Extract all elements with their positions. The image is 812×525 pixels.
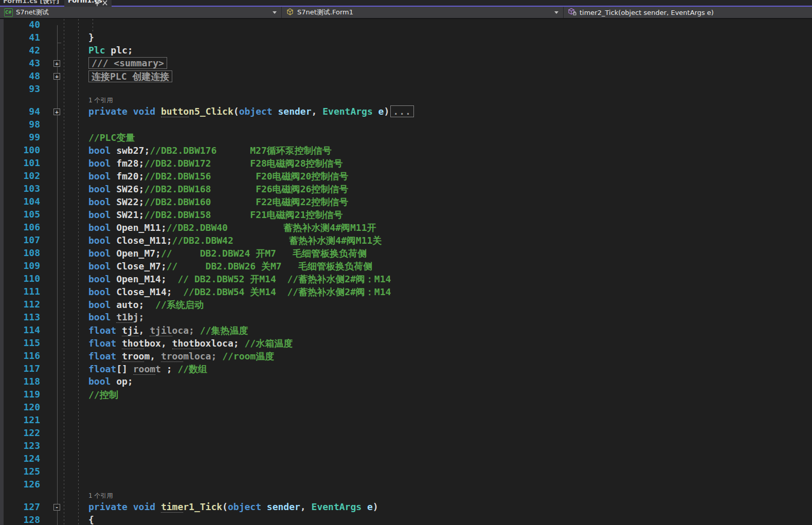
code-token: private: [88, 106, 133, 117]
code-token: ): [373, 501, 378, 512]
code-token: SW22;: [111, 196, 144, 207]
line-number[interactable]: 104: [0, 196, 40, 209]
navigation-bar: C# S7net测试 S7net测试.Form1 timer2_Tick(obj…: [0, 7, 812, 19]
line-number[interactable]: 48: [0, 70, 40, 83]
line-number[interactable]: 99: [0, 132, 40, 144]
code-text[interactable]: bool op;: [88, 376, 133, 389]
codelens-references[interactable]: 1 个引用: [0, 492, 812, 501]
member-dropdown[interactable]: timer2_Tick(object sender, EventArgs e): [564, 7, 812, 18]
code-text[interactable]: 连接PLC 创建连接: [88, 70, 172, 83]
line-number[interactable]: 120: [0, 402, 40, 414]
line-number[interactable]: 112: [0, 299, 40, 312]
code-text[interactable]: bool Close_M11;//DB2.DBW42 蓄热补水测4#阀M11关: [88, 234, 382, 247]
line-number[interactable]: 93: [0, 83, 40, 96]
tab-form1-designer[interactable]: Form1.cs [设计]: [3, 0, 59, 6]
code-text[interactable]: private void timer1_Tick(object sender, …: [88, 501, 378, 514]
code-text[interactable]: private void button5_Click(object sender…: [88, 106, 414, 119]
code-line: 126: [0, 479, 812, 492]
line-number[interactable]: 114: [0, 324, 40, 337]
code-line: 106bool Open_M11;//DB2.DBW40 蓄热补水测4#阀M11…: [0, 222, 812, 234]
collapsed-region-box: 连接PLC 创建连接: [88, 70, 172, 82]
code-text[interactable]: bool Open_M7;// DB2.DBW24 开M7 毛细管板换负荷侧: [88, 247, 367, 260]
code-line: 110bool Open_M14; // DB2.DBW52 开M14 //蓄热…: [0, 273, 812, 286]
code-text[interactable]: /// <summary>: [88, 58, 167, 70]
line-number[interactable]: 108: [0, 247, 40, 260]
code-line: 100bool swb27;//DB2.DBW176 M27循环泵控制信号: [0, 144, 812, 157]
line-number[interactable]: 102: [0, 170, 40, 183]
line-number[interactable]: 40: [0, 19, 40, 32]
line-number[interactable]: 100: [0, 144, 40, 157]
code-text[interactable]: bool swb27;//DB2.DBW176 M27循环泵控制信号: [88, 144, 332, 157]
code-text[interactable]: bool Open_M14; // DB2.DBW52 开M14 //蓄热补水侧…: [88, 273, 391, 286]
tab-plus-icon[interactable]: +: [45, 0, 49, 5]
line-number[interactable]: 128: [0, 514, 40, 525]
line-number[interactable]: 113: [0, 312, 40, 324]
code-token: m,: [144, 351, 161, 361]
line-number[interactable]: 98: [0, 119, 40, 132]
code-text[interactable]: //控制: [88, 389, 118, 402]
line-number[interactable]: 127: [0, 501, 40, 514]
code-text[interactable]: float thotbox, thotboxloca; //水箱温度: [88, 337, 293, 350]
code-text[interactable]: bool SW26;//DB2.DBW168 F26电磁阀26控制信号: [88, 183, 348, 196]
line-number[interactable]: 118: [0, 376, 40, 389]
code-text[interactable]: bool SW22;//DB2.DBW160 F22电磁阀22控制信号: [88, 196, 348, 209]
line-number[interactable]: 103: [0, 183, 40, 196]
code-text[interactable]: bool fm28;//DB2.DBW172 F28电磁阀28控制信号: [88, 157, 342, 170]
fold-collapse-icon[interactable]: -: [53, 504, 60, 511]
line-number[interactable]: 101: [0, 157, 40, 170]
line-number[interactable]: 110: [0, 273, 40, 286]
code-token: oxloca;: [200, 338, 239, 349]
line-number[interactable]: 116: [0, 350, 40, 363]
code-text[interactable]: Plc plc;: [88, 45, 133, 58]
code-text[interactable]: }: [88, 32, 94, 45]
tab-form1cs-active[interactable]: Form1.cs: [64, 0, 112, 7]
line-number[interactable]: 111: [0, 286, 40, 299]
code-text[interactable]: bool Close_M14; //DB2.DBW54 关M14 //蓄热补水侧…: [88, 286, 391, 299]
code-comment: //系统启动: [155, 299, 204, 310]
code-text[interactable]: bool Open_M11;//DB2.DBW40 蓄热补水测4#阀M11开: [88, 222, 376, 234]
collapsed-body-ellipsis: ...: [390, 105, 414, 117]
line-number[interactable]: 41: [0, 32, 40, 45]
fold-margin: [40, 45, 88, 58]
code-text[interactable]: float[] roomt ; //数组: [88, 363, 207, 376]
code-text[interactable]: float tji, tjiloca; //集热温度: [88, 324, 248, 337]
code-text[interactable]: bool Close_M7;// DB2.DBW26 关M7 毛细管板换负荷侧: [88, 260, 372, 273]
close-icon[interactable]: [102, 0, 108, 7]
code-text[interactable]: bool t1bj;: [88, 312, 144, 324]
code-comment: //DB2.DBW158 F21电磁阀21控制信号: [144, 209, 342, 220]
line-number[interactable]: 42: [0, 45, 40, 58]
line-number[interactable]: 119: [0, 389, 40, 402]
code-token: [116, 351, 122, 361]
line-number[interactable]: 122: [0, 427, 40, 440]
line-number[interactable]: 106: [0, 222, 40, 234]
code-editor[interactable]: 4041}42Plc plc;43+/// <summary>48+连接PLC …: [0, 19, 812, 525]
line-number[interactable]: 105: [0, 209, 40, 222]
code-token: ): [384, 106, 389, 117]
line-number[interactable]: 121: [0, 414, 40, 427]
pin-icon[interactable]: [94, 0, 100, 7]
code-text[interactable]: float troom, troomloca; //room温度: [88, 350, 274, 363]
line-number[interactable]: 107: [0, 234, 40, 247]
line-number[interactable]: 124: [0, 453, 40, 466]
code-text[interactable]: bool SW21;//DB2.DBW158 F21电磁阀21控制信号: [88, 209, 342, 222]
line-number[interactable]: 43: [0, 58, 40, 70]
code-token: bool: [88, 145, 111, 156]
code-text[interactable]: //PLC变量: [88, 132, 135, 144]
fold-expand-icon[interactable]: +: [53, 108, 60, 115]
fold-expand-icon[interactable]: +: [53, 60, 60, 67]
codelens-references[interactable]: 1 个引用: [0, 96, 812, 106]
code-text[interactable]: bool auto; //系统启动: [88, 299, 204, 312]
line-number[interactable]: 117: [0, 363, 40, 376]
line-number[interactable]: 115: [0, 337, 40, 350]
type-dropdown[interactable]: S7net测试.Form1: [282, 7, 564, 18]
line-number[interactable]: 125: [0, 466, 40, 479]
line-number[interactable]: 123: [0, 440, 40, 453]
line-number[interactable]: 109: [0, 260, 40, 273]
line-number[interactable]: 94: [0, 106, 40, 119]
project-dropdown[interactable]: C# S7net测试: [0, 7, 282, 18]
code-text[interactable]: {: [88, 514, 94, 525]
line-number[interactable]: 126: [0, 479, 40, 492]
code-text[interactable]: bool fm20;//DB2.DBW156 F20电磁阀20控制信号: [88, 170, 348, 183]
fold-margin: [40, 247, 88, 260]
fold-expand-icon[interactable]: +: [53, 73, 60, 80]
